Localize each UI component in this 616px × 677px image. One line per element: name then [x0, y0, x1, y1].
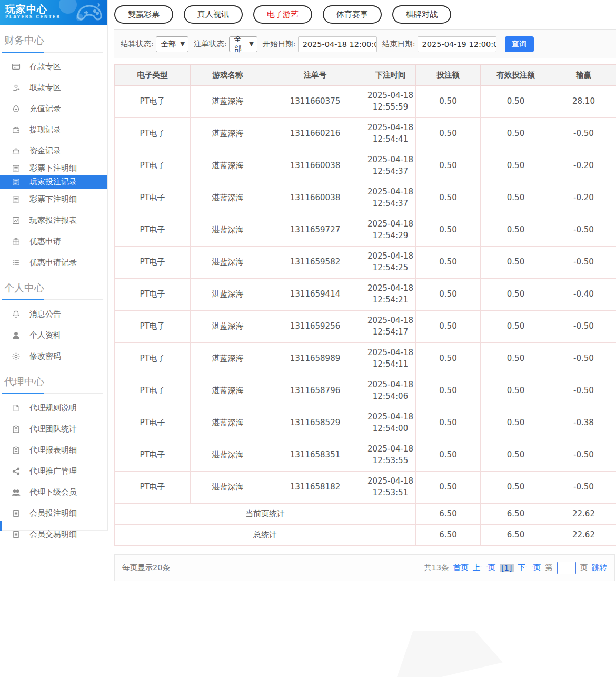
sidebar-item-label: 存款专区: [29, 62, 61, 72]
table-row: PT电子湛蓝深海13116594142025-04-1812:54:210.50…: [115, 279, 616, 311]
table-cell: 0.50: [481, 86, 551, 118]
summary-value: 22.62: [551, 504, 616, 525]
page-lines-icon: [12, 509, 21, 518]
table-cell: 2025-04-1812:53:51: [365, 472, 416, 504]
table-cell: 2025-04-1812:54:11: [365, 343, 416, 375]
sidebar-item[interactable]: 玩家投注记录: [0, 175, 107, 189]
sidebar-item[interactable]: 彩票下注明细: [0, 189, 107, 210]
tab-category[interactable]: 真人视讯: [184, 5, 243, 24]
column-header: 游戏名称: [191, 65, 265, 86]
share-icon: [12, 467, 21, 476]
section-title: 代理中心: [0, 367, 107, 393]
jump-button[interactable]: 跳转: [592, 563, 607, 573]
table-cell: PT电子: [115, 311, 191, 343]
sidebar-item[interactable]: 个人资料: [0, 325, 107, 346]
settle-status-select[interactable]: 全部 ▼: [156, 36, 188, 52]
sidebar-item[interactable]: 优惠申请记录: [0, 252, 107, 273]
table-cell: 28.10: [551, 86, 616, 118]
sidebar-item[interactable]: 代理规则说明: [0, 397, 107, 418]
sidebar-item[interactable]: 优惠申请: [0, 231, 107, 252]
end-date-input[interactable]: [418, 36, 496, 52]
table-cell: PT电子: [115, 279, 191, 311]
sidebar-item[interactable]: 会员交易明细: [0, 524, 107, 545]
sidebar-item[interactable]: 取款专区: [0, 77, 107, 98]
tab-category[interactable]: 雙赢彩票: [114, 5, 173, 24]
sidebar-item[interactable]: 消息公告: [0, 303, 107, 325]
table-cell: 1311658351: [265, 439, 365, 472]
table-cell: 0.50: [481, 214, 551, 247]
section-underline: [2, 52, 103, 53]
table-cell: 1311660038: [265, 150, 365, 182]
query-button[interactable]: 查询: [505, 36, 534, 52]
tab-category[interactable]: 棋牌对战: [392, 5, 451, 24]
list-check-icon: [12, 258, 21, 267]
table-cell: 0.50: [481, 311, 551, 343]
table-cell: PT电子: [115, 150, 191, 182]
order-status-select[interactable]: 全部 ▼: [229, 36, 257, 52]
summary-value: 22.62: [551, 525, 616, 546]
bet-records-table: 电子类型游戏名称注单号下注时间投注额有效投注额输赢 PT电子湛蓝深海131166…: [114, 64, 616, 546]
table-cell: PT电子: [115, 247, 191, 279]
background-watermark: [397, 631, 503, 677]
first-page-link[interactable]: 首页: [453, 563, 468, 573]
table-cell: 2025-04-1812:54:06: [365, 375, 416, 407]
category-tabs: 雙赢彩票真人视讯电子游艺体育赛事棋牌对战: [114, 0, 616, 30]
table-cell: -0.50: [551, 247, 616, 279]
sidebar-item[interactable]: 代理推广管理: [0, 460, 107, 482]
sidebar-item[interactable]: 修改密码: [0, 346, 107, 367]
sidebar-item[interactable]: 彩票下注明细: [0, 161, 107, 175]
summary-value: 6.50: [416, 525, 481, 546]
table-cell: 2025-04-1812:54:29: [365, 214, 416, 247]
filter-bar: 结算状态: 全部 ▼ 注单状态: 全部 ▼ 开始日期: 结束日期: 查询: [114, 30, 616, 58]
prev-page-link[interactable]: 上一页: [472, 563, 495, 573]
table-row: PT电子湛蓝深海13116597272025-04-1812:54:290.50…: [115, 214, 616, 247]
table-cell: 0.50: [416, 118, 481, 150]
moneybag-icon: [12, 104, 21, 113]
gamepad-icon: [75, 1, 104, 24]
table-cell: 2025-04-1812:54:37: [365, 182, 416, 214]
table-cell: 湛蓝深海: [191, 182, 265, 214]
clipboard-icon: [12, 446, 21, 455]
table-cell: 湛蓝深海: [191, 343, 265, 375]
table-cell: 1311658182: [265, 472, 365, 504]
next-page-link[interactable]: 下一页: [518, 563, 541, 573]
sidebar: 玩家中心 PLAYERS CENTER 财务中心存款专区取款专区充值记录提现记录…: [0, 0, 108, 531]
table-cell: 1311658529: [265, 407, 365, 439]
table-cell: -0.50: [551, 214, 616, 247]
sidebar-item[interactable]: 代理团队统计: [0, 418, 107, 439]
table-cell: 0.50: [481, 150, 551, 182]
per-page-text: 每页显示20条: [122, 563, 170, 573]
sidebar-item[interactable]: 提现记录: [0, 119, 107, 140]
table-cell: -0.50: [551, 375, 616, 407]
sidebar-item-label: 取款专区: [29, 83, 61, 93]
start-date-input[interactable]: [298, 36, 377, 52]
current-page[interactable]: [1]: [500, 564, 514, 572]
tab-category[interactable]: 体育赛事: [323, 5, 382, 24]
table-cell: 0.50: [481, 439, 551, 472]
table-cell: 湛蓝深海: [191, 118, 265, 150]
sidebar-item[interactable]: 会员投注明细: [0, 503, 107, 524]
table-cell: 0.50: [481, 247, 551, 279]
sidebar-item[interactable]: 资金记录: [0, 140, 107, 161]
sidebar-item[interactable]: 充值记录: [0, 98, 107, 119]
sidebar-item[interactable]: 代理报表明细: [0, 439, 107, 460]
table-row: PT电子湛蓝深海13116581822025-04-1812:53:510.50…: [115, 472, 616, 504]
pagination-bar: 每页显示20条 共13条 首页 上一页 [1] 下一页 第 页 跳转: [114, 554, 615, 581]
sidebar-item-label: 充值记录: [29, 104, 61, 114]
table-row: PT电子湛蓝深海13116603752025-04-1812:55:590.50…: [115, 86, 616, 118]
column-header: 注单号: [265, 65, 365, 86]
summary-label: 总统计: [115, 525, 416, 546]
table-cell: 2025-04-1812:53:55: [365, 439, 416, 472]
sidebar-item-label: 会员投注明细: [29, 508, 77, 518]
page-lines-icon: [12, 530, 21, 539]
sidebar-item[interactable]: 代理下级会员: [0, 482, 107, 503]
sidebar-item[interactable]: 存款专区: [0, 56, 107, 77]
sidebar-item[interactable]: 玩家投注报表: [0, 210, 107, 231]
table-cell: 湛蓝深海: [191, 150, 265, 182]
table-cell: 0.50: [416, 343, 481, 375]
table-cell: -0.50: [551, 118, 616, 150]
people-icon: [12, 488, 21, 497]
tab-active[interactable]: 电子游艺: [253, 5, 312, 24]
table-cell: 0.50: [416, 472, 481, 504]
jump-page-input[interactable]: [557, 562, 576, 574]
